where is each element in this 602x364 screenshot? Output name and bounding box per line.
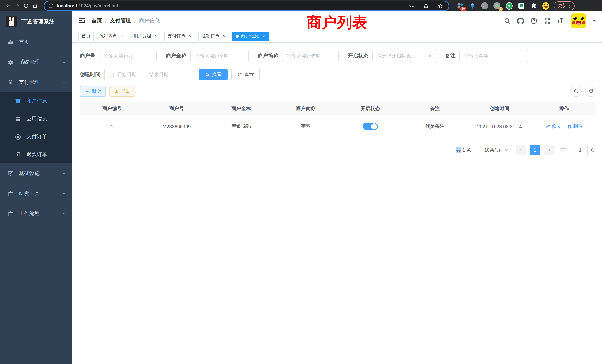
tab-label: 支付订单	[168, 33, 185, 39]
page-size-select[interactable]: 10条/页	[475, 145, 512, 155]
remark-input[interactable]	[464, 53, 523, 59]
url-text: localhost:1024/pay/merchant	[57, 3, 407, 8]
avatar[interactable]	[571, 13, 586, 28]
short-name-input[interactable]	[287, 53, 334, 59]
breadcrumb-current: 商户信息	[139, 17, 160, 24]
extension-y-icon[interactable]: Y	[506, 2, 513, 9]
delete-link[interactable]: 删除	[567, 123, 582, 130]
sidebar-collapse-icon[interactable]	[78, 17, 86, 24]
sidebar-item-pay[interactable]: ¥ 支付管理	[0, 72, 72, 92]
sidebar-item-system[interactable]: 系统管理	[0, 52, 72, 72]
sidebar-item-refund-order[interactable]: 退款订单	[0, 146, 72, 163]
top-navbar: 首页 / 支付管理 / 商户信息 商户列表	[72, 11, 602, 30]
full-name-input[interactable]	[195, 53, 244, 59]
extension-grid-icon[interactable]: 10	[457, 2, 464, 9]
app-logo[interactable]: 芋道管理系统	[0, 11, 72, 32]
export-button[interactable]: 导出	[109, 86, 135, 96]
sidebar-item-merchant-info[interactable]: 商户信息	[0, 92, 72, 110]
tab-pay-order[interactable]: 支付订单×	[164, 31, 196, 41]
merchant-no-input[interactable]	[104, 53, 152, 59]
chevron-down-icon	[62, 60, 66, 64]
status-select[interactable]: 请选择开启状态	[372, 50, 436, 62]
col-merchant-no: 商户号	[144, 102, 209, 115]
remark-input-wrap	[459, 50, 528, 62]
tab-home[interactable]: 首页	[78, 31, 94, 41]
tab-user-group[interactable]: 用户分组×	[130, 31, 162, 41]
yen-icon: ¥	[7, 79, 14, 86]
page-info-icon[interactable]	[48, 3, 54, 9]
edit-link[interactable]: 修改	[546, 123, 561, 130]
tab-close-icon[interactable]: ×	[261, 33, 266, 39]
avatar-caret-icon[interactable]	[592, 20, 596, 22]
date-range-picker[interactable]: 开始日期 - 结束日期	[104, 69, 190, 80]
search-icon	[573, 89, 579, 94]
extension-command-icon[interactable]: ⌘	[481, 2, 488, 9]
select-caret-icon	[429, 55, 431, 57]
date-start-placeholder: 开始日期	[117, 71, 136, 78]
search-button[interactable]: 搜索	[199, 69, 228, 80]
password-key-icon[interactable]	[407, 1, 416, 10]
prev-page-button[interactable]	[516, 145, 526, 155]
chrome-update-label: 更新	[558, 3, 567, 9]
extension-chat-icon[interactable]	[518, 2, 525, 9]
create-time-label: 创建时间	[80, 71, 104, 78]
tab-process-form[interactable]: 流程表单×	[96, 31, 128, 41]
sidebar-item-infrastructure[interactable]: 基础设施	[0, 163, 72, 183]
search-button-label: 搜索	[212, 71, 222, 78]
sidebar-item-pay-order[interactable]: 支付订单	[0, 128, 72, 146]
plus-icon: ＋	[85, 89, 90, 94]
header-search-icon[interactable]	[504, 17, 511, 24]
address-bar[interactable]: localhost:1024/pay/merchant	[44, 1, 449, 10]
browser-forward-icon[interactable]	[13, 1, 22, 10]
add-button[interactable]: ＋ 新增	[80, 86, 106, 96]
breadcrumb-home[interactable]: 首页	[92, 17, 102, 24]
sidebar-item-dev-tools[interactable]: 研发工具	[0, 183, 72, 203]
chrome-menu-icon[interactable]	[569, 3, 570, 8]
tab-close-icon[interactable]: ×	[188, 33, 193, 39]
next-page-button[interactable]	[544, 145, 554, 155]
sidebar-item-home[interactable]: 首页	[0, 32, 72, 52]
share-icon[interactable]	[421, 1, 430, 10]
page-number-1[interactable]: 1	[530, 145, 540, 155]
sidebar-item-app-info[interactable]: 应用信息	[0, 110, 72, 128]
goto-page-input[interactable]	[573, 145, 588, 155]
cell-create-time: 2021-10-23 08:31:14	[467, 115, 532, 138]
tab-merchant-info[interactable]: 商户信息×	[232, 31, 269, 41]
refresh-table-button[interactable]	[585, 86, 596, 97]
briefcase-icon	[7, 210, 14, 217]
table-row: 1 M233666999 芋道源码 芋艿 我是备注 2021-10-23 08:…	[80, 115, 596, 138]
extension-badge: 1	[499, 7, 503, 11]
sidebar-item-workflow[interactable]: 工作流程	[0, 203, 72, 224]
full-name-input-wrap	[190, 50, 249, 62]
reset-button[interactable]: 重置	[231, 69, 260, 80]
extensions-puzzle-icon[interactable]	[530, 2, 537, 9]
tab-close-icon[interactable]: ×	[153, 33, 159, 39]
sidebar-item-label: 基础设施	[19, 170, 62, 177]
github-icon[interactable]	[517, 17, 524, 24]
tab-close-icon[interactable]: ×	[222, 33, 227, 39]
table-grid-icon	[15, 116, 21, 122]
bookmark-star-icon[interactable]	[436, 1, 445, 10]
show-search-toggle-button[interactable]	[570, 86, 582, 97]
export-button-label: 导出	[121, 88, 130, 94]
date-end-placeholder: 结束日期	[149, 71, 169, 78]
breadcrumb-pay[interactable]: 支付管理	[110, 17, 131, 24]
help-icon[interactable]	[530, 17, 538, 24]
browser-reload-icon[interactable]	[22, 1, 30, 10]
refresh-icon	[237, 72, 242, 77]
extension-recorder-icon[interactable]: 1	[493, 2, 500, 9]
fullscreen-icon[interactable]	[544, 17, 551, 24]
extension-emoji-icon[interactable]	[542, 2, 549, 9]
refresh-icon	[588, 89, 593, 94]
tab-close-icon[interactable]: ×	[119, 33, 125, 39]
tab-refund-order[interactable]: 退款订单×	[198, 31, 230, 41]
merchant-no-input-wrap	[99, 50, 157, 62]
chrome-update-button[interactable]: 更新	[554, 1, 575, 10]
browser-home-icon[interactable]	[30, 1, 39, 10]
col-merchant-id: 商户编号	[80, 102, 144, 115]
extension-gem-icon[interactable]	[469, 2, 476, 9]
font-size-icon[interactable]: TT	[557, 17, 563, 24]
status-toggle[interactable]	[363, 123, 378, 130]
browser-back-icon[interactable]	[4, 1, 13, 10]
page-suffix-label: 页	[591, 147, 595, 153]
